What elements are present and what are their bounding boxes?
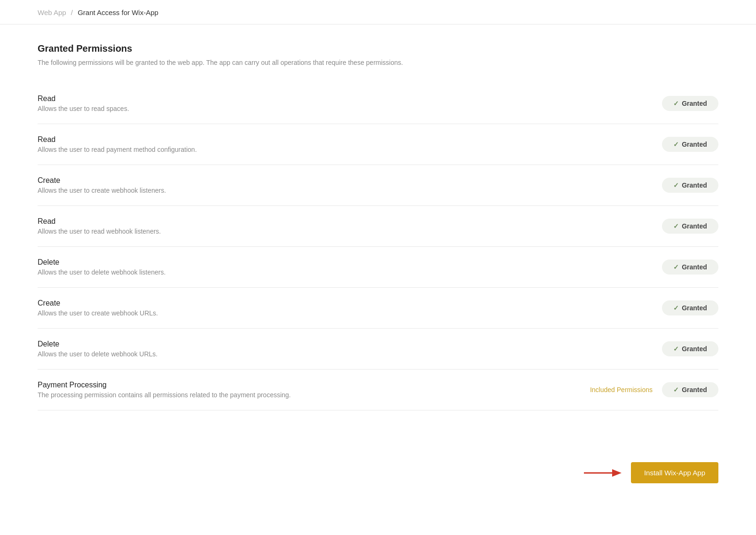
granted-label: Granted [682, 263, 707, 271]
permission-right: ✓Granted [662, 178, 718, 193]
permission-description: Allows the user to create webhook URLs. [38, 309, 662, 317]
permission-name: Delete [38, 258, 662, 267]
permission-info: DeleteAllows the user to delete webhook … [38, 258, 662, 276]
footer-area: Install Wix-App App [0, 448, 756, 502]
permission-description: Allows the user to delete webhook listen… [38, 268, 662, 276]
granted-badge: ✓Granted [662, 96, 718, 111]
section-description: The following permissions will be grante… [38, 59, 718, 66]
check-icon: ✓ [673, 263, 679, 271]
check-icon: ✓ [673, 386, 679, 393]
permission-right: ✓Granted [662, 300, 718, 315]
permission-right: Included Permissions✓Granted [590, 382, 718, 397]
svg-marker-1 [612, 469, 622, 477]
permission-info: CreateAllows the user to create webhook … [38, 299, 662, 317]
granted-label: Granted [682, 100, 707, 107]
check-icon: ✓ [673, 100, 679, 107]
permission-description: Allows the user to read payment method c… [38, 146, 662, 153]
granted-badge: ✓Granted [662, 260, 718, 275]
arrow-right-icon [584, 466, 622, 480]
install-button[interactable]: Install Wix-App App [631, 462, 718, 483]
granted-badge: ✓Granted [662, 219, 718, 234]
permission-name: Read [38, 135, 662, 144]
granted-badge: ✓Granted [662, 178, 718, 193]
permission-row: DeleteAllows the user to delete webhook … [38, 247, 718, 288]
permission-row: Payment ProcessingThe processing permiss… [38, 370, 718, 410]
permission-description: Allows the user to create webhook listen… [38, 187, 662, 194]
check-icon: ✓ [673, 345, 679, 353]
check-icon: ✓ [673, 141, 679, 148]
permission-description: Allows the user to read webhook listener… [38, 228, 662, 235]
permission-right: ✓Granted [662, 260, 718, 275]
permission-name: Payment Processing [38, 381, 590, 389]
permission-info: CreateAllows the user to create webhook … [38, 176, 662, 194]
permission-description: Allows the user to read spaces. [38, 105, 662, 112]
permission-description: The processing permission contains all p… [38, 391, 590, 399]
permission-name: Create [38, 176, 662, 185]
permission-description: Allows the user to delete webhook URLs. [38, 350, 662, 358]
permission-right: ✓Granted [662, 341, 718, 356]
breadcrumb: Web App / Grant Access for Wix-App [38, 8, 718, 16]
granted-label: Granted [682, 304, 707, 312]
arrow-container [584, 466, 622, 480]
permission-row: CreateAllows the user to create webhook … [38, 288, 718, 329]
permission-right: ✓Granted [662, 219, 718, 234]
permission-name: Read [38, 94, 662, 103]
permission-row: ReadAllows the user to read spaces.✓Gran… [38, 83, 718, 124]
granted-label: Granted [682, 222, 707, 230]
permission-row: ReadAllows the user to read webhook list… [38, 206, 718, 247]
breadcrumb-current: Grant Access for Wix-App [78, 8, 158, 16]
permission-row: ReadAllows the user to read payment meth… [38, 124, 718, 165]
check-icon: ✓ [673, 222, 679, 230]
permission-name: Delete [38, 340, 662, 348]
included-permissions-link[interactable]: Included Permissions [590, 386, 653, 393]
page-header: Web App / Grant Access for Wix-App [0, 0, 756, 24]
permission-info: DeleteAllows the user to delete webhook … [38, 340, 662, 358]
granted-label: Granted [682, 345, 707, 353]
breadcrumb-separator: / [71, 8, 73, 16]
permission-right: ✓Granted [662, 96, 718, 111]
page-content: Granted Permissions The following permis… [0, 24, 756, 448]
permission-name: Read [38, 217, 662, 226]
permission-info: ReadAllows the user to read spaces. [38, 94, 662, 112]
permission-right: ✓Granted [662, 137, 718, 152]
check-icon: ✓ [673, 181, 679, 189]
granted-label: Granted [682, 181, 707, 189]
section-title: Granted Permissions [38, 43, 718, 54]
granted-badge: ✓Granted [662, 300, 718, 315]
granted-label: Granted [682, 141, 707, 148]
permission-info: Payment ProcessingThe processing permiss… [38, 381, 590, 399]
check-icon: ✓ [673, 304, 679, 312]
granted-badge: ✓Granted [662, 341, 718, 356]
breadcrumb-parent-link[interactable]: Web App [38, 8, 66, 16]
permission-row: DeleteAllows the user to delete webhook … [38, 329, 718, 370]
permission-name: Create [38, 299, 662, 307]
permission-info: ReadAllows the user to read webhook list… [38, 217, 662, 235]
permissions-list: ReadAllows the user to read spaces.✓Gran… [38, 83, 718, 410]
granted-badge: ✓Granted [662, 137, 718, 152]
granted-badge: ✓Granted [662, 382, 718, 397]
permission-row: CreateAllows the user to create webhook … [38, 165, 718, 206]
granted-label: Granted [682, 386, 707, 393]
permission-info: ReadAllows the user to read payment meth… [38, 135, 662, 153]
